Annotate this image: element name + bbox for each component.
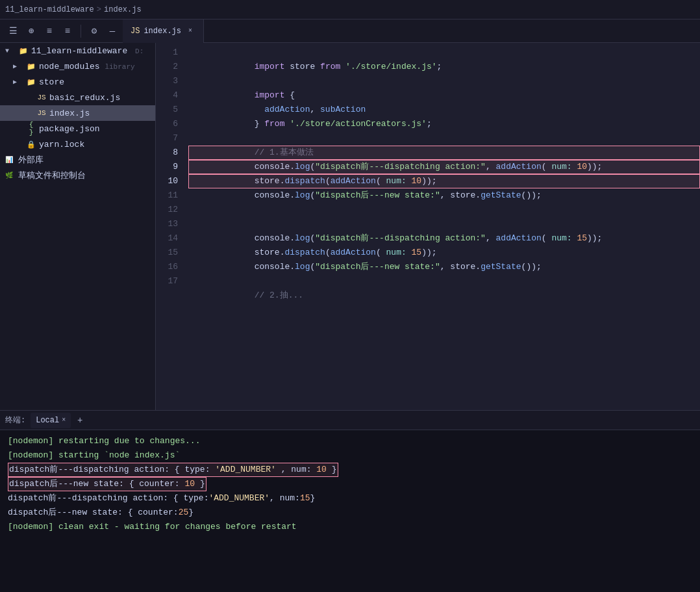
code-line-4: addAction, subAction <box>188 88 700 103</box>
sidebar-item-yarn-lock[interactable]: 🔒 yarn.lock <box>0 136 155 152</box>
main-area: ▼ 📁 11_learn-middleware D: ▶ 📁 node_modu… <box>0 43 700 410</box>
line-number: 3 <box>156 74 188 88</box>
breadcrumb-project: 11_learn-middleware <box>5 5 94 14</box>
sidebar-label-node-modules: node_modules library <box>39 62 135 71</box>
terminal-text: dispatch后---new state: { counter: <box>8 506 179 520</box>
terminal-line-2: [nodemon] starting `node index.js` <box>8 448 692 463</box>
terminal-num-label: , num: <box>281 465 317 474</box>
list-icon[interactable]: ≡ <box>42 23 57 39</box>
menu-icon[interactable]: ☰ <box>5 23 21 39</box>
terminal-add-button[interactable]: + <box>73 414 86 427</box>
terminal-tab-local[interactable]: Local × <box>31 413 71 428</box>
sidebar-label-basic-redux: basic_redux.js <box>49 93 120 103</box>
terminal-line-5: dispatch前---dispatching action: { type: … <box>8 491 692 506</box>
folder-icon: 📁 <box>26 62 36 71</box>
editor-area: 1 2 3 4 5 6 7 8 9 10 11 12 13 14 15 16 1 <box>156 43 700 410</box>
js-file-icon: JS <box>36 94 47 101</box>
terminal-text: [nodemon] starting `node index.js` <box>8 448 180 463</box>
sidebar-item-basic-redux[interactable]: JS basic_redux.js <box>0 90 155 105</box>
terminal-obj-close: } <box>332 465 337 474</box>
sidebar-label-package-json: package.json <box>39 124 100 134</box>
terminal-num-val: 10 <box>316 465 327 474</box>
list2-icon[interactable]: ≡ <box>60 23 75 39</box>
terminal-num-val-2: 15 <box>300 491 310 506</box>
lock-file-icon: 🔒 <box>26 140 36 149</box>
terminal-tabs: 终端: Local × + <box>0 411 700 430</box>
editor-content[interactable]: 1 2 3 4 5 6 7 8 9 10 11 12 13 14 15 16 1 <box>156 43 700 410</box>
sidebar-item-store[interactable]: ▶ 📁 store <box>0 74 155 90</box>
line-number: 8 <box>156 146 188 160</box>
terminal-text: , num: <box>269 491 300 506</box>
sidebar-item-draft[interactable]: 🌿 草稿文件和控制台 <box>0 168 155 183</box>
code-line-2 <box>188 60 700 74</box>
breadcrumb-file: index.js <box>104 5 142 14</box>
line-number: 9 <box>156 160 188 174</box>
title-bar: 11_learn-middleware > index.js <box>0 0 700 19</box>
line-number: 4 <box>156 88 188 103</box>
terminal-type-val: 'ADD_NUMBER' <box>215 465 276 474</box>
line-number: 16 <box>156 260 188 274</box>
terminal-state-close: } <box>200 479 205 489</box>
terminal-line-4: dispatch后---new state: { counter: 10 } <box>8 477 692 491</box>
code-line-15: console.log("dispatch后---new state:", st… <box>188 246 700 260</box>
sidebar-label-yarn-lock: yarn.lock <box>39 140 84 149</box>
code-line-3: import { <box>188 74 700 88</box>
terminal-tab-label: Local <box>36 416 59 425</box>
code-line-17: // 2.抽... <box>188 274 700 289</box>
terminal-tab-close[interactable]: × <box>62 417 66 424</box>
terminal-area: 终端: Local × + [nodemon] restarting due t… <box>0 410 700 592</box>
sidebar-item-external-lib[interactable]: 📊 外部库 <box>0 152 155 168</box>
terminal-state-val-2: 25 <box>179 506 189 520</box>
terminal-type-val-2: 'ADD_NUMBER' <box>208 491 269 506</box>
tab-js-icon: JS <box>131 27 140 36</box>
terminal-obj-open: { type: <box>175 465 215 474</box>
code-line-11 <box>188 188 700 203</box>
code-line-7: // 1.基本做法 <box>188 131 700 146</box>
terminal-line-7: [nodemon] clean exit - waiting for chang… <box>8 520 692 534</box>
line-number: 2 <box>156 60 188 74</box>
sidebar-item-package-json[interactable]: { } package.json <box>0 121 155 136</box>
json-file-icon: { } <box>26 121 36 136</box>
breadcrumb-separator: > <box>97 5 101 14</box>
code-line-5: } from './store/actionCreators.js'; <box>188 103 700 117</box>
terminal-text: dispatch前---dispatching action: { type: <box>8 491 208 506</box>
terminal-text: [nodemon] clean exit - waiting for chang… <box>8 520 297 534</box>
code-line-14: store.dispatch(addAction( num: 15)); <box>188 231 700 246</box>
root-drive: D: <box>135 47 144 55</box>
draft-icon: 🌿 <box>5 172 16 179</box>
code-line-8: console.log("dispatch前---dispatching act… <box>188 146 700 160</box>
chart-icon: 📊 <box>5 156 16 164</box>
code-container: 1 2 3 4 5 6 7 8 9 10 11 12 13 14 15 16 1 <box>156 43 700 410</box>
terminal-line-6: dispatch后---new state: { counter: 25 } <box>8 506 692 520</box>
editor-tab-index-js[interactable]: JS index.js × <box>123 19 204 43</box>
terminal-dispatch-pre: dispatch前---dispatching action: <box>9 465 175 474</box>
code-line-12 <box>188 203 700 217</box>
code-line-16 <box>188 260 700 274</box>
tab-close-button[interactable]: × <box>185 26 195 36</box>
code-line-9: store.dispatch(addAction( num: 10)); <box>188 160 700 174</box>
chevron-right-icon: ▶ <box>13 62 23 70</box>
tab-bar: JS index.js × <box>123 19 204 43</box>
tab-label: index.js <box>144 27 181 36</box>
minimize-icon[interactable]: — <box>105 23 120 39</box>
sidebar-root-folder[interactable]: ▼ 📁 11_learn-middleware D: <box>0 43 155 58</box>
terminal-text: } <box>310 491 316 506</box>
terminal-highlighted-line-2: dispatch后---new state: { counter: 10 } <box>8 477 206 491</box>
sidebar-item-index-js[interactable]: JS index.js <box>0 105 155 121</box>
sidebar-root-label: 11_learn-middleware D: <box>31 46 144 56</box>
sidebar-label-external-lib: 外部库 <box>18 154 44 166</box>
code-line-6 <box>188 117 700 131</box>
sidebar-label-draft: 草稿文件和控制台 <box>18 170 86 181</box>
code-line-1: import store from './store/index.js'; <box>188 45 700 60</box>
toolbar-separator <box>81 25 81 38</box>
settings-icon[interactable]: ⚙ <box>86 23 102 39</box>
terminal-line-3: dispatch前---dispatching action: { type: … <box>8 463 692 477</box>
terminal-text: [nodemon] restarting due to changes... <box>8 434 200 448</box>
chevron-right-icon: ▶ <box>13 78 23 86</box>
terminal-content[interactable]: [nodemon] restarting due to changes... [… <box>0 430 700 592</box>
terminal-highlighted-line: dispatch前---dispatching action: { type: … <box>8 463 338 477</box>
terminal-text: } <box>188 506 194 520</box>
circle-icon[interactable]: ⊕ <box>23 23 39 39</box>
sidebar-item-node-modules[interactable]: ▶ 📁 node_modules library <box>0 58 155 74</box>
sidebar: ▼ 📁 11_learn-middleware D: ▶ 📁 node_modu… <box>0 43 156 410</box>
